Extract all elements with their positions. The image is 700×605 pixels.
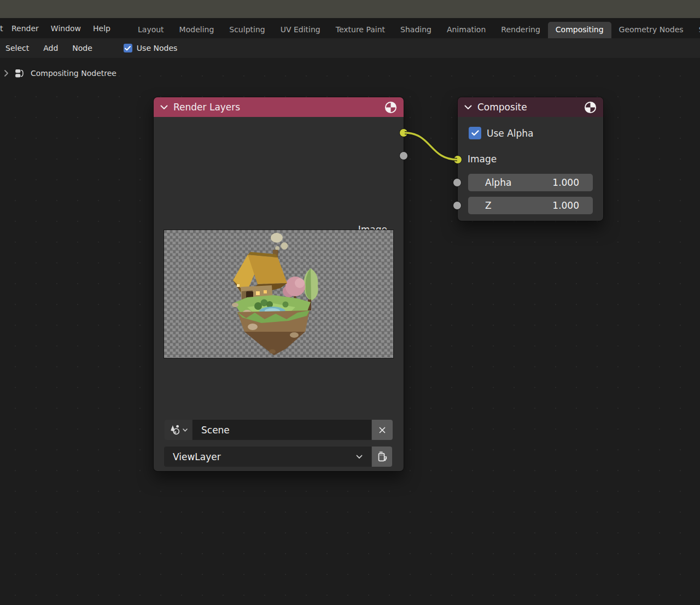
- checkmark-icon: [125, 46, 131, 51]
- scene-icon: [169, 424, 181, 436]
- alpha-slider-value: 1.000: [552, 177, 579, 188]
- scene-browse-button[interactable]: [165, 420, 192, 440]
- use-nodes-label: Use Nodes: [137, 44, 177, 52]
- breadcrumb: Compositing Nodetree: [3, 68, 116, 79]
- chevron-down-icon: [183, 428, 188, 432]
- use-alpha-checkbox[interactable]: [469, 127, 481, 139]
- workspace-tabs: Layout Modeling Sculpting UV Editing Tex…: [130, 18, 700, 38]
- use-nodes-toggle[interactable]: Use Nodes: [124, 44, 177, 52]
- menu-select[interactable]: Select: [0, 44, 36, 52]
- use-nodes-checkbox[interactable]: [124, 44, 132, 52]
- tab-texture-paint[interactable]: Texture Paint: [328, 22, 393, 38]
- composite-header[interactable]: Composite: [458, 97, 603, 117]
- floating-island-illustration: [164, 230, 394, 359]
- composite-title: Composite: [477, 102, 527, 113]
- z-slider[interactable]: Z 1.000: [468, 197, 593, 214]
- input-socket-alpha[interactable]: [453, 178, 462, 187]
- alpha-slider-label: Alpha: [485, 177, 511, 188]
- menu-render[interactable]: Render: [5, 18, 45, 38]
- menu-edit-fragment[interactable]: t: [0, 24, 5, 33]
- render-layers-header[interactable]: Render Layers: [154, 97, 404, 117]
- scene-name-field[interactable]: Scene: [192, 420, 371, 440]
- composite-node[interactable]: Composite Use Alpha Image Alpha 1.000 Z …: [458, 97, 603, 221]
- render-layers-icon: [376, 451, 388, 463]
- output-socket-image[interactable]: [399, 128, 408, 137]
- scene-unlink-button[interactable]: [372, 420, 393, 440]
- input-socket-z[interactable]: [453, 201, 462, 210]
- menu-help[interactable]: Help: [87, 18, 116, 38]
- scene-selector-row: Scene: [165, 420, 393, 440]
- nodetree-icon: [14, 68, 26, 79]
- chevron-right-icon[interactable]: [3, 69, 9, 77]
- render-layers-title: Render Layers: [173, 102, 240, 113]
- output-socket-alpha[interactable]: [399, 151, 408, 160]
- collapse-chevron-icon[interactable]: [464, 105, 472, 110]
- tab-layout[interactable]: Layout: [130, 22, 172, 38]
- render-preview-image: [164, 230, 394, 359]
- tab-sculpting[interactable]: Sculpting: [221, 22, 272, 38]
- tab-uv-editing[interactable]: UV Editing: [273, 22, 328, 38]
- menu-add[interactable]: Add: [36, 44, 65, 52]
- tab-compositing[interactable]: Compositing: [548, 22, 611, 38]
- input-image-label: Image: [468, 154, 497, 165]
- window-titlebar: [0, 0, 700, 18]
- view-layer-value: ViewLayer: [173, 451, 221, 462]
- view-layer-dropdown[interactable]: ViewLayer: [164, 447, 371, 467]
- view-layer-row: ViewLayer: [164, 447, 392, 467]
- node-editor-toolbar: Select Add Node Use Nodes: [0, 38, 700, 58]
- render-layer-button[interactable]: [372, 447, 392, 467]
- close-icon: [378, 426, 386, 434]
- tab-shading[interactable]: Shading: [393, 22, 439, 38]
- tab-scripting-partial[interactable]: S: [691, 22, 700, 38]
- tab-rendering[interactable]: Rendering: [493, 22, 548, 38]
- checkmark-icon: [471, 130, 479, 136]
- breadcrumb-label: Compositing Nodetree: [31, 69, 116, 78]
- use-alpha-toggle[interactable]: Use Alpha: [469, 127, 534, 139]
- render-layers-node[interactable]: Render Layers Image Alpha: [154, 97, 404, 471]
- blender-compositing-workspace: t Render Window Help Layout Modeling Scu…: [0, 0, 700, 605]
- menu-window[interactable]: Window: [45, 18, 87, 38]
- input-socket-image[interactable]: [453, 155, 462, 164]
- tab-animation[interactable]: Animation: [439, 22, 493, 38]
- z-slider-label: Z: [485, 200, 492, 211]
- collapse-chevron-icon[interactable]: [160, 105, 168, 110]
- chevron-down-icon: [356, 455, 363, 459]
- alpha-slider[interactable]: Alpha 1.000: [468, 174, 593, 191]
- z-slider-value: 1.000: [552, 200, 579, 211]
- use-alpha-label: Use Alpha: [487, 128, 534, 139]
- tab-geometry-nodes[interactable]: Geometry Nodes: [611, 22, 691, 38]
- topbar: t Render Window Help Layout Modeling Scu…: [0, 18, 700, 38]
- tab-modeling[interactable]: Modeling: [172, 22, 222, 38]
- menu-node[interactable]: Node: [65, 44, 100, 52]
- quarter-sphere-icon: [584, 101, 597, 114]
- quarter-sphere-icon: [384, 101, 397, 114]
